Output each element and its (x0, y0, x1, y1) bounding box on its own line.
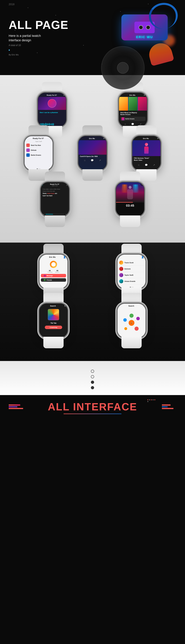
footer-right-bar-1 (162, 404, 170, 406)
watch-7-dynamic-label: Dynamic (55, 272, 60, 273)
list-item[interactable]: Need You Now (26, 143, 52, 148)
artist-row-taylor[interactable]: Taylor Swift (119, 272, 144, 278)
svg-point-8 (123, 318, 127, 322)
watch-4-share-icon[interactable]: ↗ (153, 164, 155, 166)
watch-4-edit-icon[interactable]: ✏ (157, 137, 159, 140)
watch-10-container: ‹ Search ⌕ (117, 303, 146, 338)
pagination-dot-2[interactable] (91, 375, 94, 378)
watch-4-container: ‹ Eric Wu ✏ (132, 136, 161, 170)
pagination-dot-3[interactable] (91, 380, 94, 384)
watches-row-4: ‹ Eric Wu 👤 66 (0, 254, 185, 303)
watch-8-screen: ‹ Search ↻ Tik Tok Lisaening (40, 304, 68, 338)
hero-author: By Eric Wu (9, 54, 81, 56)
watches-row-3: ‹ Ready For It? Taylor Swift ≡ if you da… (0, 179, 185, 225)
footer-section: ALL INTERFACE (0, 395, 185, 418)
watch-7-screen: ‹ Eric Wu 👤 66 (40, 254, 68, 288)
watch-5-band-top (45, 172, 65, 183)
page-dot-1 (37, 168, 38, 169)
artist-row-travis[interactable]: Travis Scott (119, 260, 144, 266)
watch-10-title: Search (120, 305, 143, 307)
cardib-share-icon[interactable]: ↗ (99, 159, 101, 162)
watch-7-container: ‹ Eric Wu 👤 66 (39, 254, 68, 289)
watch-1-lyrics: then I can be a phantom (38, 110, 66, 122)
watches-row-5: ‹ Search ↻ Tik Tok Lisaening (0, 303, 185, 350)
watch-3-band-top (29, 125, 49, 137)
watch-5-band-bottom (45, 216, 65, 227)
cardib-image-area (78, 140, 107, 155)
watch-6-close-btn[interactable]: × (141, 183, 143, 186)
cardib-watch-screen: ‹ Eric Wu ✏ Cardi B Opens the VMA (78, 136, 107, 170)
watch-4-comment-icon[interactable]: 💬 (145, 164, 148, 166)
watch-5-menu-icon[interactable]: ≡ (66, 184, 68, 186)
watch-9-body: ‹ 👤 Travis Scott (117, 254, 146, 289)
watch-3-menu-icon[interactable]: ≡ (50, 137, 51, 140)
pagination-dot-1[interactable] (91, 370, 94, 373)
track-2-label: Delicate (31, 150, 36, 151)
track-3-thumb (26, 153, 30, 157)
footer-bar-2 (9, 406, 17, 407)
watch-3-title: Ready For It? (27, 138, 50, 140)
cardib-track-title: Cardi B Opens the VMA (78, 155, 107, 158)
waveform-bar-18 (52, 124, 53, 125)
watches-row-2: ‹ Ready For It? ≡ Taylor Swift Need You … (0, 136, 185, 179)
artist-row-ariana[interactable]: Ariana Grande (119, 278, 144, 284)
watch-8-body: ‹ Search ↻ Tik Tok Lisaening (39, 303, 68, 338)
watch-5-progress-bar (46, 214, 64, 214)
waveform-bar-17 (51, 123, 52, 125)
cardib-comment-icon[interactable]: 💬 (91, 159, 94, 162)
watch-7-message-btn[interactable]: Message (41, 274, 66, 278)
speaker-brand: ERIC WU (136, 35, 153, 39)
watch-5-lyrics: if you dare, come a little closer Knew i… (41, 187, 69, 212)
page-layout: 2018 ALL PAGE Here is a partial iwatchin… (0, 0, 185, 418)
watch-2-wrapper: ‹ Eric Wu ✏ (118, 92, 147, 127)
waveform-bar-1 (40, 124, 40, 125)
watch-1-wrapper: ‹ Ready For It? ≡ (38, 92, 67, 127)
hero-subtitle: Here is a partial iwatchinterface design (9, 34, 81, 42)
watch-2-track-info: Nicki Minaj Live:MajestyBarbie Dreams (119, 110, 147, 116)
watch-2-home-icon[interactable]: ⌂ (125, 123, 126, 126)
watch-9-back-btn[interactable]: ‹ (119, 256, 120, 258)
watch-2-edit-icon[interactable]: ✏ (144, 94, 145, 96)
watch-7-dynamic-stat: 88 Dynamic (55, 270, 60, 273)
watch-2-share-icon[interactable]: ↗ (139, 123, 141, 126)
watch-8-title: Search (42, 305, 64, 307)
watch-1-band-top (42, 82, 62, 94)
list-item[interactable]: Barbie Dreams (26, 153, 52, 158)
watch-7-wrapper: ‹ Eric Wu 👤 66 (39, 254, 68, 289)
watch-4-screen: ‹ Eric Wu ✏ (132, 136, 160, 170)
watch-8-refresh-icon[interactable]: ↻ (64, 305, 66, 307)
watch-5-next-btn[interactable]: » (66, 213, 67, 215)
watch-5-screen: ‹ Ready For It? Taylor Swift ≡ if you da… (41, 182, 69, 216)
hero-dot-decoration (9, 50, 10, 51)
watch-3-subtitle: Taylor Swift (25, 141, 53, 143)
cardib-edit-icon[interactable]: ✏ (103, 137, 105, 140)
watch-8-listening-btn[interactable]: Lisaening (45, 326, 62, 329)
watch-2-container: ‹ Eric Wu ✏ (118, 92, 147, 127)
watch-10-band-bottom (121, 337, 142, 348)
watch-9-list: Travis Scott Eminem Taylor Swift (117, 260, 145, 286)
track-1-label: Need You Now (31, 144, 41, 146)
travis-avatar (119, 261, 123, 265)
waveform-bar-19 (53, 123, 53, 126)
pagination-section (0, 361, 185, 395)
watch-2-mini-card[interactable]: Barbie Dreams (120, 117, 145, 121)
watch-2-mini-thumb (122, 118, 124, 120)
watch-7-avatar-area (40, 260, 68, 269)
waveform-bar-5 (43, 124, 43, 125)
watch-4-home-icon[interactable]: ⌂ (138, 164, 139, 166)
footer-deco-left (9, 404, 23, 409)
watch-9-wrapper: ‹ 👤 Travis Scott (117, 254, 146, 289)
watch-7-friends-btn[interactable]: Friends (41, 278, 66, 282)
watch-10-search-icon[interactable]: ⌕ (143, 305, 144, 307)
list-item[interactable]: Delicate (26, 148, 52, 153)
watch-1-menu-icon[interactable]: ≡ (63, 94, 65, 96)
footer-title: ALL INTERFACE (48, 401, 137, 413)
watch-5-header: ‹ Ready For It? Taylor Swift ≡ (41, 182, 69, 187)
cardib-home-icon[interactable]: ⌂ (84, 159, 86, 162)
pagination-dot-4[interactable] (91, 386, 94, 389)
artist-row-eminem[interactable]: Eminem (119, 266, 144, 272)
watch-2-comment-icon[interactable]: 💬 (131, 123, 134, 126)
waveform-bar-20 (54, 124, 54, 125)
watch-5-prev-btn[interactable]: « (43, 213, 44, 215)
watch-8-track-name: Tik Tok (40, 322, 68, 325)
